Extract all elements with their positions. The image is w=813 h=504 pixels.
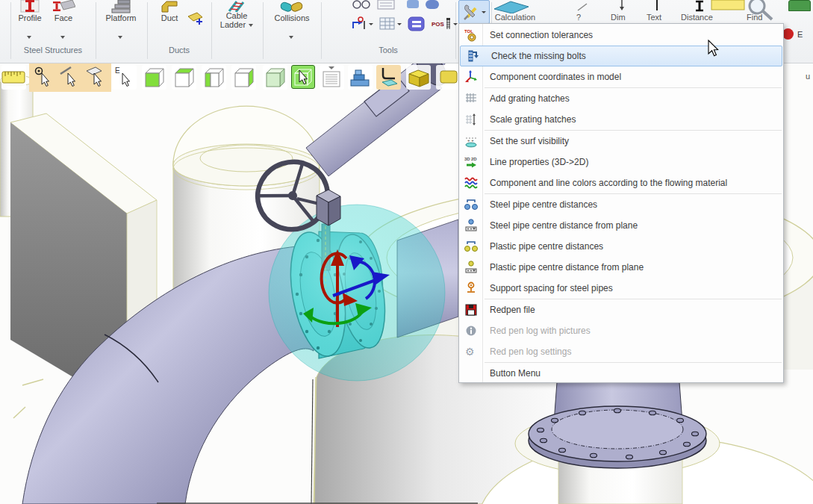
distance-ibeam-icon — [694, 0, 705, 12]
stairs-platform-icon — [109, 0, 133, 13]
platform-button[interactable]: Platform — [99, 0, 143, 43]
menu-item-plastic-pipe-centre-distances[interactable]: Plastic pipe centre distances — [459, 236, 783, 257]
question-button[interactable]: ? — [576, 13, 581, 22]
grating-icon — [459, 92, 482, 105]
table-tool-button[interactable] — [379, 17, 396, 31]
group-label-ducts: Ducts — [147, 46, 211, 57]
select-in-cube-button-active[interactable] — [291, 65, 315, 89]
svg-text:+ +: + + — [467, 138, 474, 143]
cable-ladder-icon — [226, 0, 247, 12]
face-button[interactable]: Face — [48, 0, 79, 43]
plastic-plane-icon — [459, 261, 482, 274]
mouse-cursor — [708, 40, 720, 57]
i-beam-face-icon — [52, 0, 75, 13]
menu-item-redpen-log-settings: ⚙ Red pen log settings — [459, 341, 783, 362]
chevron-down-icon[interactable] — [27, 36, 31, 39]
collisions-icon — [280, 0, 304, 13]
group-separator — [263, 2, 264, 59]
menu-item-redpen-file[interactable]: Redpen file — [459, 299, 783, 320]
line-properties-icon: 3D2D — [459, 155, 482, 169]
partial-toolbar-button[interactable] — [436, 65, 461, 90]
cable-ladder-button[interactable]: Cable Ladder — [214, 0, 260, 43]
dim-arrow-icon — [618, 0, 626, 11]
chevron-down-icon[interactable] — [289, 36, 293, 39]
stepped-blocks-button[interactable] — [348, 65, 373, 90]
cable-ladder-label: Cable Ladder — [220, 11, 248, 29]
chevron-down-icon[interactable] — [369, 23, 373, 25]
group-label-tools: Tools — [321, 46, 455, 57]
i-beam-profile-icon — [19, 0, 41, 13]
select-element-tool[interactable]: E — [112, 65, 137, 90]
angle-line-icon — [576, 1, 590, 12]
menu-item-redpen-log-pictures: Red pen log with pictures — [459, 320, 783, 341]
svg-text:TOL: TOL — [464, 29, 473, 34]
red-edge-icon[interactable] — [782, 28, 794, 40]
chevron-down-icon[interactable] — [60, 36, 65, 39]
valve-actuator-cube — [317, 190, 340, 225]
ruler-tool-button[interactable] — [1, 65, 26, 90]
notes-list-button[interactable] — [320, 65, 344, 90]
duct-add-icon — [187, 9, 206, 27]
surf-visibility-icon: + + — [459, 134, 482, 148]
tools-group-row: POS — [351, 16, 458, 31]
calculation-icon — [493, 0, 535, 13]
distance-button[interactable]: Distance — [681, 13, 713, 22]
svg-text:2D: 2D — [471, 157, 477, 161]
group-separator — [96, 2, 96, 59]
pipe-measure-tool-button[interactable] — [351, 16, 367, 31]
menu-item-set-connection-tolerances[interactable]: TOL Set connection tolerances — [459, 25, 783, 46]
pos-tool-button[interactable]: POS — [432, 21, 444, 28]
group-separator — [211, 2, 212, 59]
yellow-tub-button[interactable] — [406, 65, 431, 90]
find-button[interactable]: Find — [747, 13, 762, 22]
chevron-down-icon[interactable] — [249, 24, 253, 27]
yellow-area-icon — [711, 0, 745, 10]
menu-item-steel-pipe-centre-distances[interactable]: Steel pipe centre distances — [459, 194, 783, 215]
tolerance-icon: TOL — [459, 28, 482, 42]
pipe-bend-plane-button[interactable] — [376, 65, 401, 90]
menu-item-component-coordinates[interactable]: Component coordinates in model — [459, 66, 783, 87]
menu-item-add-grating-hatches[interactable]: Add grating hatches — [459, 88, 783, 109]
menu-item-scale-grating-hatches[interactable]: Scale grating hatches — [459, 109, 783, 130]
chevron-down-icon[interactable] — [118, 36, 122, 39]
view-cube-top-button[interactable] — [172, 65, 196, 90]
menu-item-support-spacing[interactable]: Support spacing for steel pipes — [459, 278, 783, 299]
svg-text:3D: 3D — [464, 157, 470, 161]
view-cube-front-button[interactable] — [142, 65, 166, 90]
wrench-screwdriver-icon — [462, 3, 480, 21]
menu-item-button-menu[interactable]: Button Menu — [459, 363, 783, 384]
menu-item-plastic-pipe-distance-from-plane[interactable]: Plastic pipe centre distance from plane — [459, 257, 783, 278]
menu-item-set-surf-visibility[interactable]: + + Set the surf visibility — [459, 131, 783, 152]
svg-text:E: E — [115, 66, 120, 75]
green-edge-icon[interactable] — [788, 0, 811, 11]
text-button[interactable]: Text — [647, 13, 661, 22]
calculation-button[interactable]: Calculation — [484, 13, 546, 22]
menu-item-check-missing-bolts[interactable]: Check the missing bolts — [460, 46, 782, 66]
select-point-tool[interactable] — [31, 65, 56, 90]
duct-add-button[interactable] — [187, 9, 206, 30]
text-bar-icon — [654, 0, 660, 11]
solid-cube-button[interactable] — [263, 65, 287, 90]
edge-label-e: E — [797, 30, 803, 39]
chevron-down-icon[interactable] — [453, 23, 458, 25]
profile-button[interactable]: Profile — [13, 0, 46, 43]
pos-bolt-icon — [444, 16, 452, 31]
cut-off-icons-row — [351, 0, 448, 10]
menu-item-line-properties-3d-2d[interactable]: 3D2D Line properties (3D->2D) — [459, 152, 783, 172]
chevron-down-icon[interactable] — [397, 23, 402, 25]
steel-plane-icon — [459, 219, 482, 232]
duct-button[interactable]: Duct — [153, 0, 186, 43]
support-spacing-icon — [459, 281, 482, 295]
collisions-button[interactable]: Collisions — [266, 0, 318, 43]
select-plane-tool[interactable] — [84, 65, 108, 90]
menu-item-flow-material-colors[interactable]: Component and line colors according to t… — [459, 172, 783, 193]
equals-tool-button[interactable] — [408, 16, 426, 31]
plastic-distance-icon — [459, 240, 482, 253]
view-cube-left-button[interactable] — [202, 65, 226, 90]
menu-item-steel-pipe-distance-from-plane[interactable]: Steel pipe centre distance from plane — [459, 215, 783, 236]
dim-button[interactable]: Dim — [611, 13, 626, 22]
tools-dropdown-menu: TOL Set connection tolerances Check the … — [458, 23, 784, 383]
select-line-tool[interactable] — [57, 65, 82, 90]
view-cube-right-button[interactable] — [231, 65, 256, 90]
steel-distance-icon — [459, 198, 482, 211]
